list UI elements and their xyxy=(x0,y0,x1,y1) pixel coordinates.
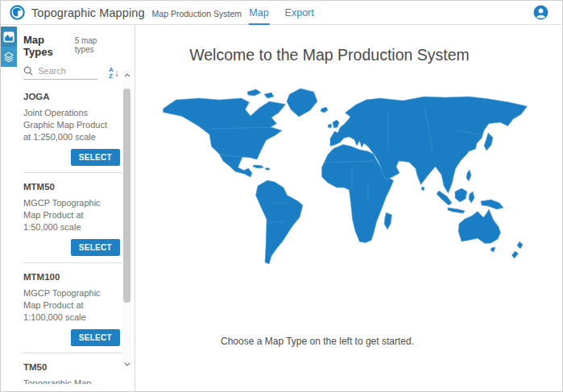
tab-map[interactable]: Map xyxy=(248,2,269,25)
select-button[interactable]: SELECT xyxy=(71,239,120,256)
map-type-name: MTM100 xyxy=(23,269,122,282)
map-type-name: MTM50 xyxy=(23,179,122,192)
map-type-card-mtm50: MTM50 MGCP Topographic Map Product at 1:… xyxy=(23,173,122,263)
map-type-description: MGCP Topographic Map Product at 1:50,000… xyxy=(23,197,117,233)
app-subtitle: Map Production System xyxy=(152,7,242,19)
content-area: Map Types 5 map types Search AZ ↓ xyxy=(1,25,562,392)
world-map-graphic xyxy=(151,82,529,275)
welcome-heading: Welcome to the Map Production System xyxy=(116,46,543,64)
instruction-text: Choose a Map Type on the left to get sta… xyxy=(104,336,531,347)
search-placeholder: Search xyxy=(38,66,66,76)
select-button[interactable]: SELECT xyxy=(71,149,120,166)
scrollbar-track[interactable] xyxy=(123,80,130,359)
main-tabs: Map Export xyxy=(248,1,314,25)
map-type-description: MGCP Topographic Map Product at 1:100,00… xyxy=(23,287,117,324)
map-type-description: Joint Operations Graphic Map Product at … xyxy=(23,107,117,143)
map-type-description: Topographic Map Product at 1:50,000 scal… xyxy=(23,378,117,384)
app-logo-globe-icon xyxy=(10,5,25,20)
map-type-name: JOGA xyxy=(23,89,122,101)
map-type-name: TM50 xyxy=(23,359,122,372)
sort-az-icon[interactable]: AZ ↓ xyxy=(109,67,119,80)
search-row: Search AZ ↓ xyxy=(23,66,128,80)
scroll-down-icon[interactable] xyxy=(124,359,130,369)
scroll-up-icon[interactable] xyxy=(124,70,130,80)
app-window: Topographic Mapping Map Production Syste… xyxy=(0,0,563,392)
map-type-card-tm50: TM50 Topographic Map Product at 1:50,000… xyxy=(23,353,122,384)
panel-title: Map Types xyxy=(23,34,75,58)
map-types-tool-icon[interactable] xyxy=(1,27,17,47)
scrollbar-thumb[interactable] xyxy=(123,89,130,303)
search-input[interactable]: Search xyxy=(23,66,97,80)
map-type-count: 5 map types xyxy=(75,36,117,54)
app-header: Topographic Mapping Map Production Syste… xyxy=(1,1,562,25)
tool-strip xyxy=(1,27,17,67)
map-type-card-joga: JOGA Joint Operations Graphic Map Produc… xyxy=(23,83,122,173)
user-avatar-icon[interactable] xyxy=(533,5,549,20)
tab-export[interactable]: Export xyxy=(284,2,315,25)
app-title: Topographic Mapping xyxy=(31,6,145,19)
list-scrollbar[interactable] xyxy=(122,70,131,369)
search-icon xyxy=(23,66,33,76)
welcome-screen: Welcome to the Map Production System xyxy=(135,25,562,392)
layers-icon[interactable] xyxy=(1,47,17,67)
